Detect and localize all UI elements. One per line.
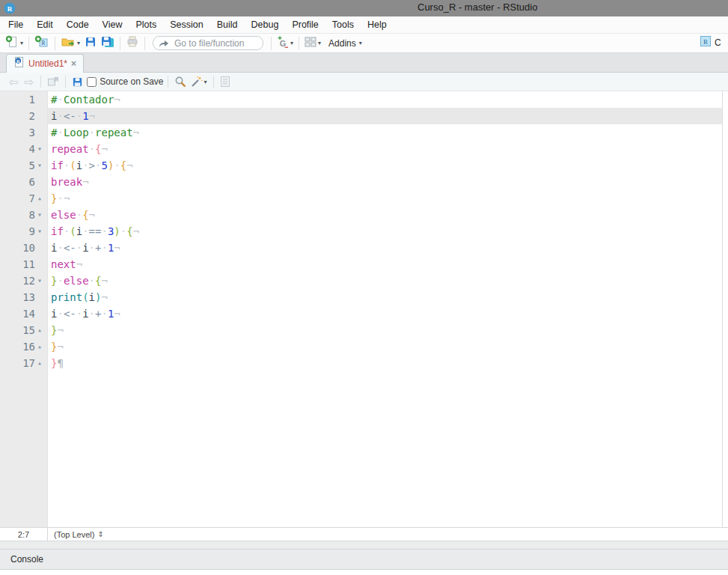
menu-profile[interactable]: Profile — [285, 17, 325, 32]
project-cube-icon: R — [700, 35, 712, 50]
gutter-cell[interactable]: 12▾ — [0, 273, 48, 289]
fold-down-icon[interactable]: ▾ — [37, 141, 48, 157]
pane-divider[interactable] — [0, 541, 728, 549]
save-button[interactable] — [82, 34, 99, 52]
code-text: i·<-·i·+·1¬ — [48, 240, 722, 256]
gutter-cell[interactable]: 5▾ — [0, 157, 48, 174]
menu-file[interactable]: File — [1, 17, 30, 32]
back-icon[interactable]: ⇦ — [6, 76, 22, 88]
code-line-5[interactable]: 5▾if·(i·>·5)·{¬ — [0, 157, 722, 174]
forward-icon[interactable]: ⇨ — [22, 76, 37, 88]
popout-window-button[interactable] — [45, 75, 61, 88]
menu-build[interactable]: Build — [210, 17, 245, 32]
gutter-cell[interactable]: 8▾ — [0, 207, 48, 223]
code-line-4[interactable]: 4▾repeat·{¬ — [0, 141, 722, 157]
gutter-cell[interactable]: 11 — [0, 256, 48, 273]
console-header[interactable]: Console — [0, 549, 728, 570]
addins-button[interactable]: Addins ▾ — [323, 37, 364, 50]
chevron-down-icon: ▾ — [77, 40, 80, 46]
fold-spacer — [37, 289, 48, 305]
open-folder-icon — [61, 35, 76, 52]
fold-up-icon[interactable]: ▴ — [37, 355, 48, 371]
menu-edit[interactable]: Edit — [30, 17, 60, 32]
menu-plots[interactable]: Plots — [129, 17, 163, 32]
open-file-button[interactable]: ▾ — [58, 34, 82, 53]
code-text: next¬ — [48, 256, 722, 273]
print-button[interactable] — [123, 34, 141, 52]
code-line-6[interactable]: 6break¬ — [0, 174, 722, 190]
gutter-cell[interactable]: 4▾ — [0, 141, 48, 157]
project-menu-button[interactable]: R C — [700, 35, 728, 50]
code-line-12[interactable]: 12▾}·else·{¬ — [0, 273, 722, 289]
toolbar-separator — [168, 76, 168, 88]
gutter-cell[interactable]: 9▾ — [0, 223, 48, 240]
code-tools-button[interactable]: ▾ — [189, 74, 209, 89]
close-icon[interactable]: × — [71, 59, 76, 68]
fold-down-icon[interactable]: ▾ — [37, 223, 48, 240]
addins-label: Addins — [328, 38, 356, 49]
gutter-cell[interactable]: 15▴ — [0, 322, 48, 338]
tab-untitled1[interactable]: R Untitled1* × — [6, 54, 84, 73]
fold-spacer — [37, 91, 48, 108]
new-project-button[interactable]: R — [32, 34, 52, 53]
code-line-8[interactable]: 8▾else·{¬ — [0, 207, 722, 223]
code-text: break¬ — [48, 174, 722, 190]
line-number: 14 — [0, 305, 37, 322]
find-replace-button[interactable] — [172, 74, 189, 89]
menu-bar: FileEditCodeViewPlotsSessionBuildDebugPr… — [0, 16, 728, 34]
save-source-button[interactable] — [70, 75, 85, 89]
code-line-3[interactable]: 3#·Loop·repeat¬ — [0, 124, 722, 141]
version-control-button[interactable]: G ▾ — [275, 34, 296, 53]
code-line-7[interactable]: 7▴}·¬ — [0, 190, 722, 207]
code-text: }¶ — [48, 355, 722, 371]
gutter-cell[interactable]: 10 — [0, 240, 48, 256]
editor-scrollbar[interactable] — [722, 91, 728, 527]
toolbar-separator — [271, 37, 272, 50]
scope-selector[interactable]: (Top Level) ⇕ — [48, 530, 104, 539]
menu-debug[interactable]: Debug — [245, 17, 286, 32]
code-line-17[interactable]: 17▴}¶ — [0, 355, 722, 371]
code-line-10[interactable]: 10i·<-·i·+·1¬ — [0, 240, 722, 256]
code-line-13[interactable]: 13print(i)¬ — [0, 289, 722, 305]
new-file-icon — [5, 35, 19, 52]
code-line-14[interactable]: 14i·<-·i·+·1¬ — [0, 305, 722, 322]
line-number: 13 — [0, 289, 37, 305]
gutter-cell[interactable]: 13 — [0, 289, 48, 305]
fold-down-icon[interactable]: ▾ — [37, 207, 48, 223]
code-line-1[interactable]: 1#·Contador¬ — [0, 91, 722, 108]
fold-up-icon[interactable]: ▴ — [37, 338, 48, 355]
code-line-2[interactable]: 2i·<-·1¬ — [0, 108, 722, 124]
compile-report-button[interactable] — [218, 74, 233, 89]
svg-text:R: R — [16, 58, 20, 64]
gutter-cell[interactable]: 1 — [0, 91, 48, 108]
panes-layout-button[interactable]: ▾ — [302, 35, 323, 52]
source-on-save-checkbox[interactable] — [87, 77, 97, 87]
new-file-button[interactable]: ▾ — [3, 34, 25, 53]
fold-up-icon[interactable]: ▴ — [37, 322, 48, 338]
code-text: repeat·{¬ — [48, 141, 722, 157]
gutter-cell[interactable]: 3 — [0, 124, 48, 141]
gutter-cell[interactable]: 17▴ — [0, 355, 48, 371]
line-number: 1 — [0, 91, 37, 108]
gutter-cell[interactable]: 2 — [0, 108, 48, 124]
code-line-11[interactable]: 11next¬ — [0, 256, 722, 273]
menu-session[interactable]: Session — [163, 17, 209, 32]
menu-help[interactable]: Help — [361, 17, 394, 32]
goto-file-function-input[interactable] — [153, 36, 263, 50]
menu-code[interactable]: Code — [60, 17, 96, 32]
code-editor[interactable]: 1#·Contador¬2i·<-·1¬3#·Loop·repeat¬4▾rep… — [0, 91, 728, 527]
menu-view[interactable]: View — [96, 17, 129, 32]
code-line-16[interactable]: 16▴}¬ — [0, 338, 722, 355]
code-line-15[interactable]: 15▴}¬ — [0, 322, 722, 338]
gutter-cell[interactable]: 7▴ — [0, 190, 48, 207]
save-all-button[interactable] — [99, 34, 117, 52]
tab-title: Untitled1* — [28, 58, 67, 69]
fold-down-icon[interactable]: ▾ — [37, 157, 48, 174]
code-line-9[interactable]: 9▾if·(i·==·3)·{¬ — [0, 223, 722, 240]
menu-tools[interactable]: Tools — [325, 17, 361, 32]
gutter-cell[interactable]: 14 — [0, 305, 48, 322]
fold-down-icon[interactable]: ▾ — [37, 273, 48, 289]
gutter-cell[interactable]: 6 — [0, 174, 48, 190]
fold-up-icon[interactable]: ▴ — [37, 190, 48, 207]
gutter-cell[interactable]: 16▴ — [0, 338, 48, 355]
